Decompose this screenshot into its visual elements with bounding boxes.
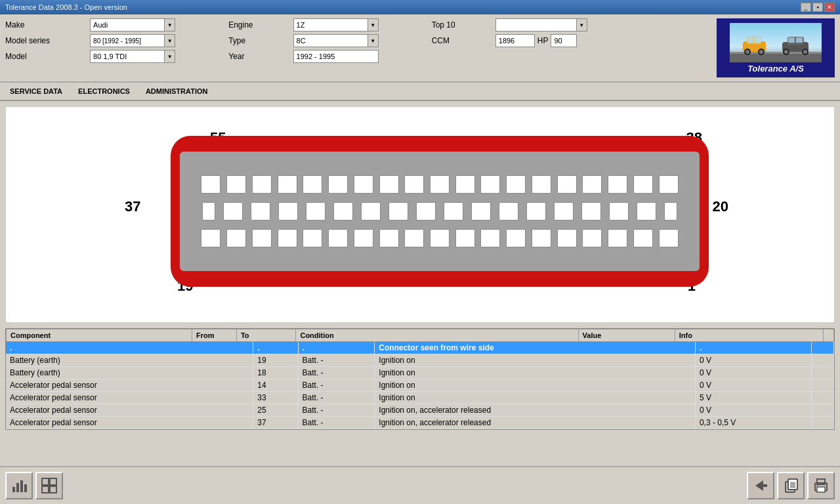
top10-arrow[interactable]: ▼ [576, 19, 587, 31]
pin [388, 202, 408, 220]
pin [278, 202, 298, 220]
pin [455, 229, 475, 247]
copy-icon [783, 478, 799, 494]
menu-bar: SERVICE DATA ELECTRONICS ADMINISTRATION [0, 83, 840, 101]
table-row[interactable]: Accelerator pedal sensor33Batt. -Ignitio… [6, 392, 834, 404]
window-title: Tolerance Data 2008.3 - Open version [5, 3, 127, 11]
year-value: 1992 - 1995 [294, 52, 378, 61]
pins-container [193, 171, 686, 251]
cell-condition: Ignition on [375, 392, 696, 404]
cell-component: Accelerator pedal sensor [6, 404, 253, 417]
svg-rect-23 [42, 478, 49, 485]
cell-value: 0 V [695, 379, 811, 392]
grid-button[interactable] [35, 472, 63, 499]
pin [609, 202, 629, 220]
data-table: Component From To Condition Value Info [6, 329, 834, 342]
copy-button[interactable] [777, 472, 805, 499]
table-row[interactable]: Accelerator pedal sensor25Batt. -Ignitio… [6, 404, 834, 417]
menu-electronics[interactable]: ELECTRONICS [71, 85, 137, 98]
svg-rect-13 [788, 37, 795, 43]
label-left: 37 [125, 198, 140, 215]
year-select[interactable]: 1992 - 1995 [293, 50, 379, 63]
data-table-body: ...Connector seen from wire side.Battery… [6, 342, 834, 429]
scrollbar-header [824, 329, 834, 342]
title-bar: Tolerance Data 2008.3 - Open version _ ▪… [0, 0, 840, 14]
table-row[interactable]: ...Connector seen from wire side. [6, 342, 834, 354]
pin [582, 175, 602, 194]
print-button[interactable] [807, 472, 835, 499]
table-row[interactable]: Accelerator pedal sensor37Batt. -Ignitio… [6, 417, 834, 429]
top10-select[interactable]: ▼ [495, 18, 587, 32]
window-controls: _ ▪ ✕ [801, 3, 835, 12]
bottom-toolbar [0, 466, 840, 504]
model-series-arrow[interactable]: ▼ [164, 35, 175, 47]
type-arrow[interactable]: ▼ [368, 35, 378, 47]
cell-component: Battery (earth) [6, 367, 253, 379]
pin [633, 175, 653, 194]
toolbar-left [5, 472, 63, 499]
table-row[interactable]: Accelerator pedal sensor14Batt. -Ignitio… [6, 379, 834, 392]
table-body: ...Connector seen from wire side.Battery… [6, 342, 834, 429]
cell-to: Batt. - [298, 367, 375, 379]
table-scroll[interactable]: ...Connector seen from wire side.Battery… [6, 342, 834, 429]
chart-button[interactable] [5, 472, 33, 499]
back-icon [753, 478, 768, 494]
cell-to: Batt. - [298, 354, 375, 367]
minimize-button[interactable]: _ [801, 3, 811, 12]
make-select[interactable]: Audi ▼ [90, 18, 175, 32]
menu-administration[interactable]: ADMINISTRATION [138, 85, 215, 98]
pin [557, 229, 577, 247]
hp-label: HP [537, 36, 549, 45]
model-series-select[interactable]: 80 [1992 - 1995] ▼ [90, 34, 175, 47]
pin [361, 202, 381, 220]
pin [202, 202, 215, 220]
pin [430, 229, 450, 247]
header-area: Make Audi ▼ Engine 1Z ▼ Top 10 ▼ Model s… [0, 14, 840, 83]
connector-diagram: 55 38 37 20 19 1 [92, 123, 748, 306]
col-value: Value [578, 329, 675, 342]
pin [252, 229, 272, 247]
pin [554, 202, 574, 220]
svg-rect-28 [763, 484, 767, 487]
model-label: Model [5, 52, 86, 61]
ccm-input[interactable] [495, 34, 535, 47]
back-button[interactable] [747, 472, 774, 499]
model-value: 80 1,9 TDI [91, 52, 164, 61]
engine-select[interactable]: 1Z ▼ [293, 18, 379, 32]
cell-to: Batt. - [298, 379, 375, 392]
cell-from: 25 [253, 404, 298, 417]
pin [416, 202, 436, 220]
svg-rect-5 [747, 37, 753, 43]
model-select[interactable]: 80 1,9 TDI ▼ [90, 50, 175, 63]
cell-info [812, 367, 834, 379]
col-info: Info [675, 329, 823, 342]
type-value: 8C [294, 36, 368, 45]
table-row[interactable]: Battery (earth)19Batt. -Ignition on0 V [6, 354, 834, 367]
model-arrow[interactable]: ▼ [164, 51, 175, 62]
cell-to: Batt. - [298, 417, 375, 429]
svg-rect-22 [24, 484, 27, 492]
ccm-label: CCM [432, 36, 492, 45]
grid-icon [41, 478, 57, 494]
table-area: Component From To Condition Value Info .… [5, 328, 835, 430]
maximize-button[interactable]: ▪ [812, 3, 823, 12]
svg-rect-36 [817, 487, 825, 492]
pin [379, 175, 399, 194]
cell-info [812, 354, 834, 367]
toolbar-right [747, 472, 835, 499]
pin [608, 229, 627, 247]
pin [526, 202, 546, 220]
make-arrow[interactable]: ▼ [164, 19, 175, 31]
engine-arrow[interactable]: ▼ [368, 19, 378, 31]
cell-value: . [695, 342, 811, 354]
menu-service-data[interactable]: SERVICE DATA [3, 85, 70, 98]
hp-input[interactable] [551, 34, 577, 47]
pin [664, 202, 677, 220]
pin [582, 229, 602, 247]
pin [480, 175, 500, 194]
pin [480, 229, 500, 247]
table-row[interactable]: Battery (earth)18Batt. -Ignition on0 V [6, 367, 834, 379]
close-button[interactable]: ✕ [824, 3, 835, 12]
type-select[interactable]: 8C ▼ [293, 34, 379, 47]
label-right: 20 [713, 198, 728, 215]
